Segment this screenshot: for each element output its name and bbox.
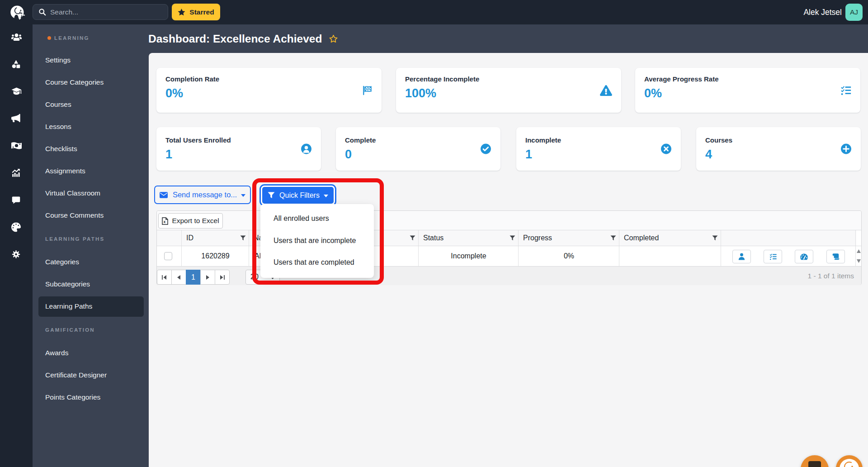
svg-text:x: x	[164, 219, 166, 224]
